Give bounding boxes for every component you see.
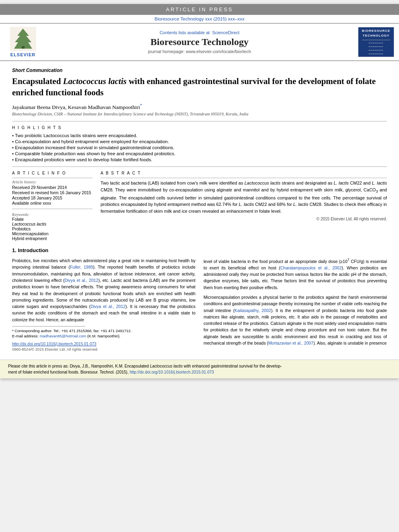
history-label: Article history: bbox=[12, 180, 93, 184]
citation-doi-link[interactable]: http://dx.doi.org/10.1016/j.biortech.201… bbox=[130, 370, 214, 374]
abstract-text: Two lactic acid bacteria (LAB) isolated … bbox=[101, 180, 387, 214]
footnote-rule bbox=[12, 326, 85, 327]
keywords-rule bbox=[12, 209, 93, 209]
title-plain: Encapsulated bbox=[12, 76, 63, 86]
journal-center: Contents lists available at ScienceDirec… bbox=[45, 30, 354, 54]
received-date: Received 29 November 2014 bbox=[12, 185, 93, 190]
copyright-line: © 2015 Elsevier Ltd. All rights reserved… bbox=[101, 217, 387, 221]
footnote-email-label: E-mail address: bbox=[12, 334, 40, 338]
elsevier-logo: ELSEVIER bbox=[5, 27, 41, 57]
footnote-star: * Corresponding author. Tel.: +91 471 25… bbox=[12, 329, 132, 333]
highlights-list: Two probiotic Lactococcus lactis strains… bbox=[12, 132, 387, 162]
highlight-item: Comparable folate production was shown b… bbox=[12, 150, 387, 156]
title-italic: Lactococcus lactis bbox=[63, 76, 127, 86]
intro-col-left: Probiotics, live microbes which when adm… bbox=[12, 257, 195, 351]
doi-link[interactable]: http://dx.doi.org/10.1016/j.biortech.201… bbox=[12, 342, 195, 346]
author-sup: * bbox=[140, 103, 142, 107]
svg-rect-2 bbox=[22, 46, 25, 49]
keyword-5: Hybrid entrapment bbox=[12, 236, 93, 241]
journal-title: Bioresource Technology bbox=[45, 37, 354, 47]
journal-logo-right: BIORESOURCETECHNOLOGY ══════════════════… bbox=[358, 27, 394, 57]
main-content: Short Communication Encapsulated Lactoco… bbox=[0, 61, 399, 359]
issn-line: 0960-8524/© 2015 Elsevier Ltd. All right… bbox=[12, 347, 195, 351]
authors-line: Jayakumar Beena Divya, Kesavan Madhavan … bbox=[12, 103, 387, 111]
intro-para-2: level of viable bacteria in the food pro… bbox=[204, 257, 387, 291]
article-info-abstract-section: A R T I C L E I N F O Article history: R… bbox=[12, 171, 387, 241]
keyword-4: Microencapsulation bbox=[12, 231, 93, 236]
highlight-item: Two probiotic Lactococcus lactis strains… bbox=[12, 132, 387, 138]
accepted-date: Accepted 18 January 2015 bbox=[12, 195, 93, 200]
authors-text: Jayakumar Beena Divya, Kesavan Madhavan … bbox=[12, 104, 140, 110]
homepage-line: journal homepage: www.elsevier.com/locat… bbox=[45, 49, 354, 54]
article-title: Encapsulated Lactococcus lactis with enh… bbox=[12, 76, 387, 99]
highlight-item: Co-encapsulation and hybrid entrapment w… bbox=[12, 138, 387, 144]
elsevier-tree-icon bbox=[10, 27, 36, 51]
footnote-text: * Corresponding author. Tel.: +91 471 25… bbox=[12, 328, 195, 339]
highlight-item: Encapsulation increased their survival i… bbox=[12, 144, 387, 150]
intro-col-right: level of viable bacteria in the food pro… bbox=[204, 257, 387, 351]
intro-body-cols: Probiotics, live microbes which when adm… bbox=[12, 257, 387, 351]
intro-para-1: Probiotics, live microbes which when adm… bbox=[12, 257, 195, 323]
available-online: Available online xxxx bbox=[12, 201, 93, 205]
aip-banner-text: ARTICLE IN PRESS bbox=[166, 6, 233, 12]
abstract-rule bbox=[101, 178, 387, 178]
section-heading-intro: 1. Introduction bbox=[12, 247, 387, 253]
doi-header-text: Bioresource Technology xxx (2015) xxx–xx… bbox=[154, 16, 245, 21]
keywords-label: Keywords: bbox=[12, 212, 93, 217]
revised-date: Received in revised form 16 January 2015 bbox=[12, 190, 93, 195]
history-rule bbox=[12, 178, 93, 178]
article-info-heading: A R T I C L E I N F O bbox=[12, 171, 93, 175]
footnote-email-name: (K.M. Nampoothiri). bbox=[87, 334, 120, 338]
introduction-section: 1. Introduction Probiotics, live microbe… bbox=[12, 247, 387, 351]
abstract-col: A B S T R A C T Two lactic acid bacteria… bbox=[101, 171, 387, 241]
affiliation: Biotechnology Division, CSIR – National … bbox=[12, 112, 387, 116]
journal-header: ELSEVIER Contents lists available at Sci… bbox=[0, 23, 399, 61]
contents-available-line: Contents lists available at ScienceDirec… bbox=[45, 30, 354, 35]
footnote-email[interactable]: madhavan85@hotmail.com bbox=[40, 334, 86, 338]
citation-footer: Please cite this article in press as: Di… bbox=[0, 359, 399, 378]
elsevier-brand-text: ELSEVIER bbox=[10, 52, 35, 57]
bottom-links: http://dx.doi.org/10.1016/j.biortech.201… bbox=[12, 342, 195, 351]
doi-header: Bioresource Technology xxx (2015) xxx–xx… bbox=[0, 15, 399, 23]
keyword-1: Folate bbox=[12, 217, 93, 222]
article-type: Short Communication bbox=[12, 68, 387, 73]
abstract-heading: A B S T R A C T bbox=[101, 171, 387, 175]
aip-banner: ARTICLE IN PRESS bbox=[0, 4, 399, 15]
highlight-item: Encapsulated probiotics were used to dev… bbox=[12, 156, 387, 162]
keywords-section: Keywords: Folate Lactococcus lactis Prob… bbox=[12, 212, 93, 241]
highlights-rule-top bbox=[12, 121, 387, 121]
keyword-2: Lactococcus lactis bbox=[12, 222, 93, 226]
article-info-col: A R T I C L E I N F O Article history: R… bbox=[12, 171, 93, 241]
article-info-rule bbox=[12, 166, 387, 167]
highlights-heading: H I G H L I G H T S bbox=[12, 125, 387, 130]
keyword-3: Probiotics bbox=[12, 226, 93, 231]
intro-para-3: Microencapsulation provides a physical b… bbox=[204, 294, 387, 346]
